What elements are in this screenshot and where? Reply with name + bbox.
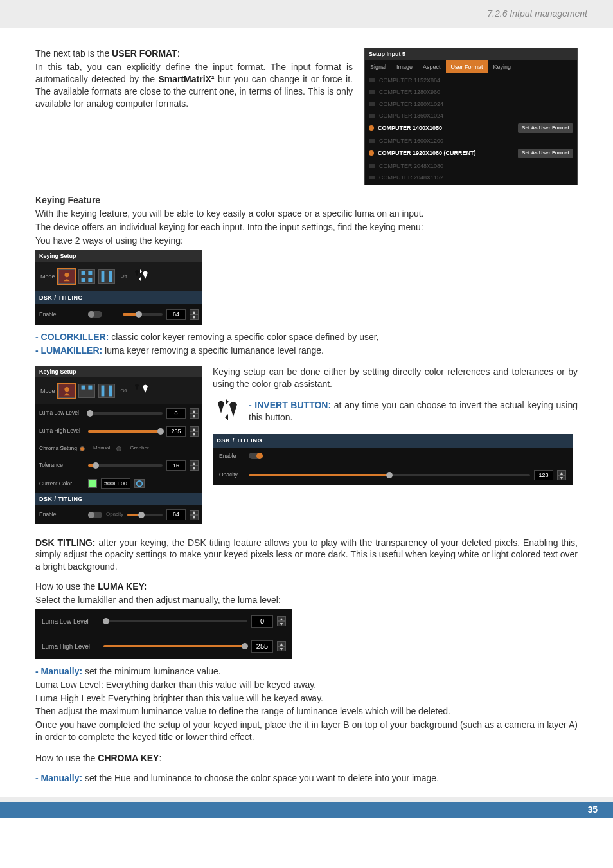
format-row[interactable]: COMPUTER 1400X1050Set As User Format (365, 122, 577, 135)
spinner[interactable]: ▲▼ (190, 460, 199, 471)
format-list: COMPUTER 1152X864 COMPUTER 1280X960 COMP… (365, 73, 577, 185)
luma-high-slider[interactable] (103, 645, 247, 647)
led-icon (369, 176, 375, 179)
format-row[interactable]: COMPUTER 1280X1024 (365, 98, 577, 110)
format-row[interactable]: COMPUTER 1600X1200 (365, 135, 577, 147)
mode-tile-squares[interactable] (78, 269, 95, 284)
spinner[interactable]: ▲▼ (190, 408, 199, 419)
bullet-text: luma keyer removing a specific lumanance… (102, 345, 324, 356)
format-row[interactable]: COMPUTER 1360X1024 (365, 110, 577, 122)
tolerance-label: Tolerance (39, 462, 84, 469)
luma-low-label: Luma Low Level (39, 410, 84, 417)
invert-icon[interactable] (132, 383, 151, 399)
invert-icon[interactable] (132, 269, 151, 285)
spinner[interactable]: ▲▼ (190, 426, 199, 437)
color-picker-icon[interactable] (134, 479, 145, 488)
manually-bullet: - Manually: set the minimum luminance va… (35, 665, 578, 678)
bullet-text: set the Hue and luminance to choose the … (82, 773, 439, 783)
tab-keying[interactable]: Keying (488, 60, 517, 73)
enable-toggle[interactable] (249, 453, 263, 459)
luma-key-label: LUMA KEY: (98, 581, 147, 592)
opacity-value[interactable]: 64 (166, 309, 186, 320)
luma-low-value[interactable]: 0 (166, 408, 186, 419)
opacity-value[interactable]: 64 (166, 509, 186, 520)
mode-tile-bars[interactable] (98, 384, 115, 398)
spin-up-icon: ▲ (190, 408, 199, 413)
tab-user-format[interactable]: User Format (446, 60, 488, 73)
tolerance-slider[interactable] (88, 464, 163, 467)
opacity-slider[interactable] (127, 514, 163, 516)
color-hex[interactable]: #00FF00 (101, 478, 130, 489)
spin-up-icon: ▲ (277, 641, 286, 646)
led-icon (369, 150, 374, 156)
format-row[interactable]: COMPUTER 1152X864 (365, 75, 577, 86)
manual-radio[interactable] (80, 446, 85, 451)
grabber-radio[interactable] (116, 446, 121, 451)
luma-high-value[interactable]: 255 (166, 426, 186, 437)
format-row[interactable]: COMPUTER 2048X1080 (365, 160, 577, 172)
spin-down-icon: ▼ (190, 314, 199, 320)
spin-down-icon: ▼ (190, 466, 199, 471)
spin-down-icon: ▼ (190, 431, 199, 437)
spin-up-icon: ▲ (190, 460, 199, 466)
format-label: COMPUTER 1600X1200 (379, 137, 443, 145)
mode-tile-colorkiller[interactable] (58, 269, 75, 284)
luma-low-slider[interactable] (103, 620, 247, 622)
opacity-slider[interactable] (249, 474, 530, 476)
mode-tile-bars[interactable] (98, 269, 115, 284)
mode-label: Mode (40, 273, 55, 280)
led-icon (369, 139, 375, 143)
chroma-key-label: CHROMA KEY (98, 753, 159, 763)
svg-rect-8 (81, 386, 85, 390)
mode-label: Mode (40, 387, 55, 395)
keying-p2: The device offers an individual keying f… (35, 221, 578, 233)
led-icon (369, 90, 375, 94)
format-label: COMPUTER 1360X1024 (379, 112, 443, 120)
svg-point-7 (64, 387, 69, 392)
mode-tile-colorkiller[interactable] (58, 384, 75, 398)
format-label: COMPUTER 1280X960 (379, 88, 440, 96)
opacity-value[interactable]: 128 (534, 470, 553, 480)
panel-title: Keying Setup (35, 366, 202, 377)
opacity-slider[interactable] (123, 313, 163, 316)
tab-aspect[interactable]: Aspect (418, 60, 446, 73)
tab-signal[interactable]: Signal (365, 60, 391, 73)
luma-high-value[interactable]: 255 (251, 640, 273, 653)
text: : (159, 753, 161, 763)
spin-up-icon: ▲ (277, 616, 286, 621)
tab-image[interactable]: Image (391, 60, 418, 73)
dsk-titling-label: DSK TITLING: (35, 538, 96, 548)
enable-label: Enable (219, 453, 245, 460)
format-row[interactable]: COMPUTER 2048X1152 (365, 172, 577, 183)
svg-rect-6 (109, 271, 112, 282)
luma-l3: Then adjust the maximum luminance value … (35, 705, 578, 718)
set-user-format-button[interactable]: Set As User Format (518, 149, 573, 158)
spin-up-icon: ▲ (190, 309, 199, 314)
luma-high-slider[interactable] (88, 430, 163, 433)
enable-toggle[interactable] (88, 512, 102, 518)
color-swatch (88, 479, 97, 488)
text: How to use the (35, 753, 98, 763)
opacity-label: Opacity (106, 511, 123, 518)
spinner[interactable]: ▲▼ (557, 470, 566, 480)
luma-low-slider[interactable] (88, 412, 163, 415)
luma-levels-panel: Luma Low Level 0 ▲▼ Luma High Level 255 … (35, 609, 292, 659)
set-user-format-button[interactable]: Set As User Format (518, 123, 573, 133)
user-format-panel: Setup Input 5 Signal Image Aspect User F… (364, 48, 578, 185)
spinner[interactable]: ▲▼ (277, 616, 286, 626)
spin-down-icon: ▼ (190, 413, 199, 419)
dsk-titling-text: after your keying, the DSK titling featu… (35, 538, 578, 572)
led-icon (369, 78, 375, 82)
enable-toggle[interactable] (88, 311, 102, 318)
lumakiller-bullet: - LUMAKILLER: luma keyer removing a spec… (35, 345, 578, 357)
tolerance-value[interactable]: 16 (166, 460, 186, 471)
spinner[interactable]: ▲▼ (190, 510, 199, 520)
spinner[interactable]: ▲▼ (277, 641, 286, 651)
luma-low-value[interactable]: 0 (251, 615, 273, 628)
page-number: 35 (587, 804, 598, 816)
spinner[interactable]: ▲▼ (190, 309, 199, 320)
format-row[interactable]: COMPUTER 1920X1080 (CURRENT)Set As User … (365, 147, 577, 160)
format-row[interactable]: COMPUTER 1280X960 (365, 86, 577, 98)
keying-setup-small: Keying Setup Mode Off DSK / TITLING Enab… (35, 250, 202, 325)
mode-tile-squares[interactable] (78, 384, 95, 398)
